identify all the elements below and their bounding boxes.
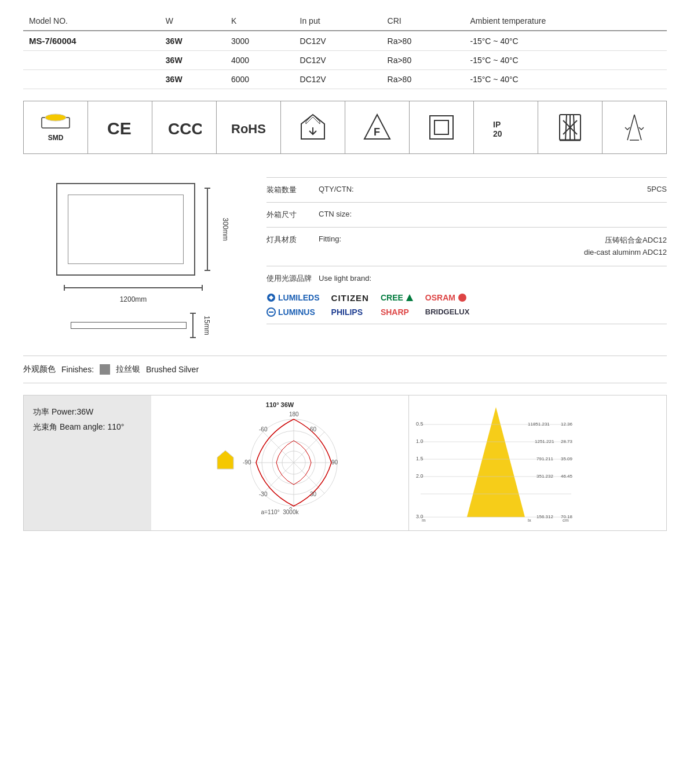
cert-ip20: IP 20 bbox=[474, 101, 538, 153]
table-cell: Ra>80 bbox=[382, 70, 465, 89]
svg-text:1.5: 1.5 bbox=[416, 456, 424, 461]
cone-diagram: 0.5 1.0 1.5 2.0 3.0 11851.231 1251.221 7… bbox=[415, 401, 577, 523]
finishes-cn: 外观颜色 bbox=[23, 364, 56, 375]
col-input: In put bbox=[294, 12, 382, 31]
svg-text:0.5: 0.5 bbox=[416, 421, 424, 427]
col-k: K bbox=[225, 12, 294, 31]
table-cell: -15°C ~ 40°C bbox=[464, 51, 667, 70]
svg-text:156.312: 156.312 bbox=[536, 514, 553, 519]
svg-text:-60: -60 bbox=[259, 426, 268, 433]
qty-cn: 装箱数量 bbox=[266, 185, 313, 195]
ctn-en: CTN size: bbox=[319, 210, 377, 218]
cone-chart: 0.5 1.0 1.5 2.0 3.0 11851.231 1251.221 7… bbox=[409, 395, 666, 530]
fitting-cn: 灯具材质 bbox=[266, 235, 313, 245]
svg-text:1.0: 1.0 bbox=[416, 438, 424, 444]
svg-text:11851.231: 11851.231 bbox=[528, 422, 550, 427]
svg-text:CCC: CCC bbox=[168, 120, 202, 138]
ctn-cn: 外箱尺寸 bbox=[266, 210, 313, 220]
table-cell: Ra>80 bbox=[382, 31, 465, 51]
spec-info: 装箱数量 QTY/CTN: 5PCS 外箱尺寸 CTN size: 灯具材质 F… bbox=[266, 171, 667, 324]
brand-bridgelux: BRIDGELUX bbox=[425, 307, 470, 316]
svg-marker-5 bbox=[301, 115, 324, 139]
brand-en: Use light brand: bbox=[319, 274, 377, 283]
table-cell bbox=[23, 51, 160, 70]
cert-ccc: CCC bbox=[152, 101, 217, 153]
svg-line-17 bbox=[574, 115, 575, 140]
svg-text:cm: cm bbox=[563, 518, 569, 523]
svg-point-27 bbox=[458, 294, 466, 302]
svg-text:1251.221: 1251.221 bbox=[535, 439, 554, 444]
cert-smd: SMD bbox=[24, 101, 88, 153]
table-cell: 3000 bbox=[225, 31, 294, 51]
brand-cn: 使用光源品牌 bbox=[266, 273, 313, 284]
cert-weee bbox=[538, 101, 603, 153]
svg-line-22 bbox=[627, 115, 634, 140]
svg-text:351.232: 351.232 bbox=[536, 474, 553, 479]
finishes-color-cn: 拉丝银 bbox=[116, 364, 140, 375]
inner-box bbox=[68, 195, 184, 264]
table-cell: 6000 bbox=[225, 70, 294, 89]
cert-squarebox bbox=[410, 101, 474, 153]
polar-title: 110° 36W bbox=[266, 401, 294, 408]
power-cn-label: 功率 Power:36W bbox=[33, 407, 142, 417]
specs-table: Model NO. W K In put CRI Ambient tempera… bbox=[23, 12, 667, 89]
fitting-en: Fitting: bbox=[319, 235, 377, 243]
table-cell: DC12V bbox=[294, 70, 382, 89]
dim-drawing: 300mm 1200mm 15mm bbox=[23, 171, 243, 338]
dim-15-label: 15mm bbox=[203, 316, 211, 335]
angle-cn-label: 光束角 Beam angle: 110° bbox=[33, 422, 142, 433]
bottom-section: 功率 Power:36W 光束角 Beam angle: 110° 110° 3… bbox=[23, 395, 667, 531]
svg-text:20: 20 bbox=[493, 129, 502, 138]
brand-osram: OSRAM bbox=[425, 293, 470, 302]
table-cell: DC12V bbox=[294, 51, 382, 70]
table-cell: -15°C ~ 40°C bbox=[464, 70, 667, 89]
brand-sharp: SHARP bbox=[381, 307, 414, 317]
svg-text:90: 90 bbox=[331, 459, 338, 466]
col-temp: Ambient temperature bbox=[464, 12, 667, 31]
main-box bbox=[56, 183, 195, 276]
svg-marker-6 bbox=[306, 115, 320, 124]
light-shape-icon bbox=[214, 448, 237, 471]
finishes-color-en: Brushed Silver bbox=[146, 365, 199, 374]
table-cell: MS-7/60004 bbox=[23, 31, 160, 51]
finishes-swatch bbox=[100, 364, 110, 375]
svg-point-1 bbox=[45, 114, 66, 121]
brands-grid: LUMILEDS CITIZEN CREE OSRAM LUMINUS bbox=[266, 293, 469, 317]
fitting-value: 压铸铝合金ADC12 die-cast aluminm ADC12 bbox=[382, 235, 667, 259]
svg-text:791.211: 791.211 bbox=[536, 456, 553, 461]
cert-fragile bbox=[603, 101, 666, 153]
svg-text:46.45: 46.45 bbox=[561, 474, 573, 479]
svg-text:m: m bbox=[422, 518, 426, 523]
col-cri: CRI bbox=[382, 12, 465, 31]
finishes-en: Finishes: bbox=[61, 365, 94, 374]
table-cell: 36W bbox=[160, 51, 225, 70]
svg-line-16 bbox=[565, 115, 567, 140]
brand-citizen: CITIZEN bbox=[331, 293, 369, 303]
cert-rohs: RoHS bbox=[217, 101, 281, 153]
brand-lumileds: LUMILEDS bbox=[266, 293, 320, 302]
table-cell: 36W bbox=[160, 31, 225, 51]
brand-luminus: LUMINUS bbox=[266, 307, 320, 317]
brand-row: 使用光源品牌 Use light brand: LUMILEDS CITIZEN… bbox=[266, 266, 667, 324]
col-model: Model NO. bbox=[23, 12, 160, 31]
cert-ce: CE bbox=[88, 101, 152, 153]
brand-philips: PHILIPS bbox=[331, 307, 369, 317]
qty-value: 5PCS bbox=[382, 185, 667, 193]
dim-300-label: 300mm bbox=[221, 218, 229, 241]
svg-text:-30: -30 bbox=[259, 491, 268, 497]
table-cell: DC12V bbox=[294, 31, 382, 51]
svg-text:12.36: 12.36 bbox=[561, 422, 573, 427]
svg-text:28.73: 28.73 bbox=[561, 439, 573, 444]
svg-text:RoHS: RoHS bbox=[231, 122, 266, 136]
svg-marker-47 bbox=[467, 407, 525, 517]
svg-text:CE: CE bbox=[107, 119, 132, 138]
polar-chart: 110° 36W bbox=[151, 395, 409, 530]
svg-text:F: F bbox=[374, 126, 380, 138]
svg-text:lx: lx bbox=[528, 518, 531, 523]
qty-en: QTY/CTN: bbox=[319, 185, 377, 193]
svg-text:35.09: 35.09 bbox=[561, 456, 573, 461]
table-cell: 36W bbox=[160, 70, 225, 89]
brand-cree: CREE bbox=[381, 293, 414, 302]
svg-rect-10 bbox=[430, 116, 453, 139]
svg-marker-26 bbox=[406, 294, 413, 301]
